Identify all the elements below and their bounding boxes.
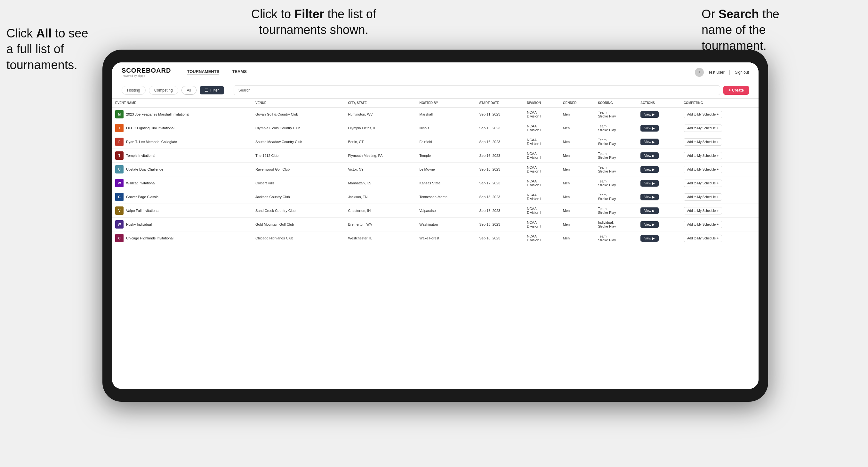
add-to-schedule-button[interactable]: Add to My Schedule + [684,193,722,201]
team-logo: I [115,124,124,132]
view-button[interactable]: View ▶ [641,235,659,242]
view-button[interactable]: View ▶ [641,180,659,187]
hosted-by-cell: Washington [416,218,476,231]
table-row: W Wildcat Invitational Colbert HillsManh… [112,176,758,190]
venue-cell: Sand Creek Country Club [252,204,345,218]
actions-cell: View ▶ [637,149,680,163]
add-to-schedule-button[interactable]: Add to My Schedule + [684,221,722,228]
view-button[interactable]: View ▶ [641,166,659,173]
view-button[interactable]: View ▶ [641,221,659,228]
create-button[interactable]: + Create [723,86,749,95]
logo-sub: Powered by clippd [122,74,171,77]
start-date-cell: Sep 18, 2023 [476,231,524,245]
hosted-by-cell: Marshall [416,107,476,121]
tab-all[interactable]: All [182,86,196,95]
division-cell: NCAADivision I [524,149,560,163]
filter-label: Filter [210,88,219,93]
header-user-text: Test User [708,70,724,74]
division-cell: NCAADivision I [524,176,560,190]
city-state-cell: Plymouth Meeting, PA [345,149,416,163]
nav-tournaments[interactable]: TOURNAMENTS [187,69,219,75]
event-name: Chicago Highlands Invitational [126,236,174,240]
view-button[interactable]: View ▶ [641,194,659,200]
scoring-cell: Team,Stroke Play [595,135,637,149]
view-button[interactable]: View ▶ [641,111,659,118]
start-date-cell: Sep 11, 2023 [476,107,524,121]
table-row: T Temple Invitational The 1912 ClubPlymo… [112,149,758,163]
start-date-cell: Sep 16, 2023 [476,149,524,163]
actions-cell: View ▶ [637,163,680,176]
add-to-schedule-button[interactable]: Add to My Schedule + [684,166,722,173]
gender-cell: Men [560,149,595,163]
team-logo: W [115,220,124,228]
competing-cell: Add to My Schedule + [680,218,758,231]
event-cell: V Valpo Fall Invitational [112,204,252,218]
add-to-schedule-button[interactable]: Add to My Schedule + [684,111,722,118]
eye-icon: ▶ [652,237,655,240]
col-actions: ACTIONS [637,99,680,107]
venue-cell: Chicago Highlands Club [252,231,345,245]
team-logo: F [115,137,124,146]
competing-cell: Add to My Schedule + [680,163,758,176]
gender-cell: Men [560,231,595,245]
tablet-screen: SCOREBOARD Powered by clippd TOURNAMENTS… [112,62,758,389]
eye-icon: ▶ [652,223,655,226]
eye-icon: ▶ [652,113,655,116]
view-button[interactable]: View ▶ [641,208,659,214]
add-to-schedule-button[interactable]: Add to My Schedule + [684,152,722,159]
add-to-schedule-button[interactable]: Add to My Schedule + [684,138,722,146]
team-logo: M [115,110,124,118]
venue-cell: Gold Mountain Golf Club [252,218,345,231]
actions-cell: View ▶ [637,231,680,245]
gender-cell: Men [560,163,595,176]
annotation-filter: Click to Filter the list oftournaments s… [218,6,410,38]
add-to-schedule-button[interactable]: Add to My Schedule + [684,125,722,132]
tab-competing[interactable]: Competing [149,86,178,95]
table-header-row: EVENT NAME VENUE CITY, STATE HOSTED BY S… [112,99,758,107]
competing-cell: Add to My Schedule + [680,121,758,135]
gender-cell: Men [560,190,595,204]
city-state-cell: Chesterton, IN [345,204,416,218]
table-row: C Chicago Highlands Invitational Chicago… [112,231,758,245]
scoring-cell: Team,Stroke Play [595,231,637,245]
city-state-cell: Bremerton, WA [345,218,416,231]
competing-cell: Add to My Schedule + [680,107,758,121]
add-to-schedule-button[interactable]: Add to My Schedule + [684,235,722,242]
division-cell: NCAADivision I [524,190,560,204]
add-to-schedule-button[interactable]: Add to My Schedule + [684,207,722,214]
add-to-schedule-button[interactable]: Add to My Schedule + [684,180,722,187]
table-row: I OFCC Fighting Illini Invitational Olym… [112,121,758,135]
event-cell: M 2023 Joe Feaganes Marshall Invitationa… [112,107,252,121]
nav-teams[interactable]: TEAMS [232,69,247,75]
scoring-cell: Individual,Stroke Play [595,218,637,231]
filter-button[interactable]: ☰ Filter [200,86,224,94]
start-date-cell: Sep 18, 2023 [476,190,524,204]
city-state-cell: Jackson, TN [345,190,416,204]
col-venue: VENUE [252,99,345,107]
hosted-by-cell: Tennessee-Martin [416,190,476,204]
view-button[interactable]: View ▶ [641,138,659,145]
gender-cell: Men [560,176,595,190]
eye-icon: ▶ [652,182,655,185]
venue-cell: The 1912 Club [252,149,345,163]
division-cell: NCAADivision I [524,121,560,135]
start-date-cell: Sep 15, 2023 [476,121,524,135]
gender-cell: Men [560,204,595,218]
signout-link[interactable]: Sign out [735,70,749,74]
competing-cell: Add to My Schedule + [680,149,758,163]
view-button[interactable]: View ▶ [641,125,659,131]
gender-cell: Men [560,107,595,121]
team-logo: U [115,165,124,174]
venue-cell: Jackson Country Club [252,190,345,204]
view-button[interactable]: View ▶ [641,152,659,159]
scoring-cell: Team,Stroke Play [595,163,637,176]
team-logo: V [115,207,124,215]
tournaments-table-container: EVENT NAME VENUE CITY, STATE HOSTED BY S… [112,99,758,389]
search-input[interactable] [234,86,720,95]
annotation-search: Or Search thename of thetournament. [702,6,855,54]
division-cell: NCAADivision I [524,163,560,176]
event-name: OFCC Fighting Illini Invitational [126,126,175,130]
division-cell: NCAADivision I [524,107,560,121]
table-row: U Upstate Dual Challenge Ravenwood Golf … [112,163,758,176]
tab-hosting[interactable]: Hosting [122,86,146,95]
